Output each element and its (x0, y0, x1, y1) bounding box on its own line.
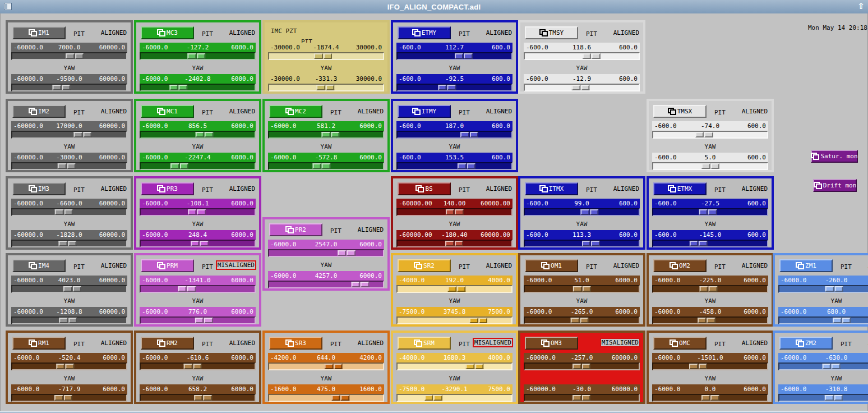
pit-slider-track[interactable] (524, 285, 640, 293)
pit-slider-handle[interactable] (582, 53, 600, 59)
pit-slider[interactable]: -60000.0 4023.0 60000.0 (11, 276, 127, 293)
pit-slider[interactable]: -60000.0 17000.0 60000.0 (11, 121, 127, 139)
yaw-slider-track[interactable] (652, 240, 768, 247)
yaw-slider-track[interactable] (524, 240, 640, 247)
pit-slider-track[interactable] (11, 52, 127, 60)
yaw-slider[interactable]: -60000.0 -3000.0 60000.0 (11, 153, 127, 170)
pit-slider-track[interactable] (396, 362, 513, 370)
pit-slider[interactable]: -4000.0 192.0 4000.0 (396, 276, 513, 293)
pit-slider-handle[interactable] (325, 364, 343, 369)
yaw-slider[interactable]: -1600.0 475.0 1600.0 (268, 384, 384, 402)
pit-slider-track[interactable] (268, 249, 384, 257)
yaw-slider-track[interactable] (396, 316, 513, 324)
yaw-slider-track[interactable] (396, 84, 513, 91)
pit-slider-track[interactable] (396, 131, 513, 139)
pit-slider-track[interactable] (11, 131, 127, 139)
pit-slider-handle[interactable] (460, 132, 478, 137)
pit-slider-handle[interactable] (823, 364, 841, 369)
yaw-slider[interactable]: -600.0 113.3 600.0 (524, 230, 640, 247)
pit-slider-handle[interactable] (699, 286, 717, 292)
pit-slider[interactable]: -6000.0 51.0 6000.0 (524, 276, 640, 293)
yaw-slider-handle[interactable] (582, 241, 600, 246)
yaw-slider-handle[interactable] (698, 318, 715, 323)
yaw-slider-handle[interactable] (424, 395, 442, 401)
pit-slider[interactable]: -6000.0 -520.4 6000.0 (11, 353, 127, 370)
yaw-slider-handle[interactable] (701, 163, 719, 169)
optic-related-display-button[interactable]: MC3 (141, 26, 194, 39)
yaw-slider-handle[interactable] (833, 318, 851, 323)
pit-slider-handle[interactable] (196, 132, 214, 137)
yaw-slider-track[interactable] (778, 316, 868, 324)
optic-related-display-button[interactable]: ETMX (653, 182, 707, 195)
yaw-slider-handle[interactable] (59, 318, 77, 323)
window-menu-icon[interactable] (4, 3, 12, 10)
yaw-slider[interactable]: -6000.0 658.2 6000.0 (140, 384, 256, 402)
pit-slider-handle[interactable] (56, 364, 74, 369)
yaw-slider[interactable]: -600.0 -145.0 600.0 (652, 230, 768, 247)
pit-slider-track[interactable] (140, 131, 256, 139)
pit-slider-handle[interactable] (338, 250, 355, 256)
yaw-slider-track[interactable] (652, 162, 768, 170)
optic-related-display-button[interactable]: PRM (141, 259, 194, 272)
optic-related-display-button[interactable]: ITMY (398, 105, 451, 118)
optic-related-display-button[interactable]: ITMX (525, 182, 578, 195)
yaw-slider-handle[interactable] (458, 163, 475, 169)
pit-slider[interactable]: -6000.0 -630.0 6000.0 (778, 353, 868, 370)
pit-slider-handle[interactable] (699, 209, 717, 215)
yaw-slider[interactable]: -6000.0 -458.0 6000.0 (652, 307, 768, 324)
pit-slider-track[interactable] (268, 131, 384, 139)
pit-slider[interactable]: -600.0 -27.5 600.0 (652, 199, 768, 216)
window-titlebar[interactable]: IFO_ALIGN_COMPACT.adl ⇧ (0, 0, 868, 13)
yaw-slider[interactable]: -60000.0 -9500.0 60000.0 (11, 74, 127, 91)
yaw-slider[interactable]: -7500.0 3745.8 7500.0 (396, 307, 513, 324)
yaw-slider-track[interactable] (140, 394, 256, 402)
yaw-slider-track[interactable] (11, 84, 127, 91)
optic-related-display-button[interactable]: PR3 (141, 182, 194, 195)
yaw-slider-track[interactable] (140, 162, 256, 170)
yaw-slider-handle[interactable] (571, 318, 589, 323)
pit-slider-track[interactable] (524, 362, 640, 370)
yaw-slider-handle[interactable] (58, 163, 76, 169)
pit-slider[interactable]: -6000.0 -1501.0 6000.0 (652, 353, 768, 370)
optic-related-display-button[interactable]: OM1 (525, 259, 578, 272)
pit-slider-track[interactable] (652, 131, 768, 139)
optic-related-display-button[interactable]: IM4 (12, 259, 66, 272)
yaw-slider[interactable]: -6000.0 248.4 6000.0 (140, 230, 256, 247)
yaw-slider-track[interactable] (652, 394, 768, 402)
optic-related-display-button[interactable]: IM2 (12, 105, 66, 118)
pit-slider[interactable]: -6000.0 581.2 6000.0 (268, 121, 384, 139)
pit-slider-handle[interactable] (63, 286, 81, 292)
yaw-slider[interactable]: -600.0 153.5 600.0 (396, 153, 513, 170)
yaw-slider-handle[interactable] (169, 85, 187, 90)
yaw-slider-track[interactable] (524, 316, 640, 324)
yaw-slider-handle[interactable] (195, 318, 213, 323)
pit-slider[interactable]: -6000.0 856.5 6000.0 (140, 121, 256, 139)
pit-slider-handle[interactable] (825, 286, 843, 292)
pit-slider-handle[interactable] (314, 53, 332, 59)
yaw-slider[interactable]: -60000.00 -180.40 60000.00 (396, 230, 513, 247)
pit-slider-track[interactable] (11, 285, 127, 293)
yaw-slider[interactable]: -600.0 -12.9 600.0 (524, 74, 640, 91)
yaw-slider-handle[interactable] (690, 241, 708, 246)
optic-related-display-button[interactable]: SRM (398, 337, 451, 350)
optic-related-display-button[interactable]: ZM1 (779, 259, 833, 272)
window-raise-icon[interactable]: ⇧ (857, 1, 865, 11)
saturation-monitor-button[interactable]: Satur. mon (811, 150, 858, 163)
pit-slider-track[interactable] (140, 52, 256, 60)
pit-slider[interactable]: -600.0 118.6 600.0 (524, 43, 640, 60)
yaw-slider-track[interactable] (652, 316, 768, 324)
pit-slider-track[interactable] (140, 362, 256, 370)
pit-slider-track[interactable] (652, 208, 768, 216)
pit-slider-handle[interactable] (695, 132, 713, 137)
optic-related-display-button[interactable]: BS (398, 182, 451, 195)
pit-slider-track[interactable] (778, 285, 868, 293)
yaw-slider-track[interactable] (11, 240, 127, 247)
pit-slider-track[interactable] (268, 52, 384, 60)
pit-slider-track[interactable] (396, 208, 513, 216)
pit-slider-track[interactable] (396, 52, 513, 60)
pit-slider-track[interactable] (140, 285, 256, 293)
yaw-slider-handle[interactable] (54, 395, 72, 401)
yaw-slider[interactable]: -6000.0 -2247.4 6000.0 (140, 153, 256, 170)
pit-slider-handle[interactable] (66, 53, 84, 59)
pit-slider-handle[interactable] (74, 132, 92, 137)
